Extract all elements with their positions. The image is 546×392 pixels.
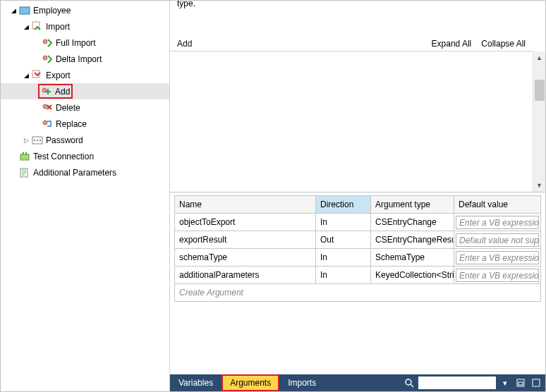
- chevron-down-icon[interactable]: ◢: [22, 23, 30, 31]
- cell-default[interactable]: Default value not supported: [454, 231, 541, 249]
- col-direction[interactable]: Direction: [316, 196, 371, 214]
- expand-all-link[interactable]: Expand All: [432, 39, 472, 49]
- svg-point-6: [43, 104, 47, 109]
- search-icon[interactable]: [403, 376, 415, 389]
- scroll-up-icon[interactable]: ▲: [533, 51, 545, 64]
- cell-name[interactable]: schemaType: [175, 249, 316, 267]
- svg-point-11: [40, 140, 41, 141]
- cell-name[interactable]: additionalParameters: [175, 267, 316, 284]
- tree-item-additional-parameters[interactable]: Additional Parameters: [1, 164, 169, 180]
- svg-line-17: [411, 384, 413, 387]
- tree-item-full-import[interactable]: Full Import: [1, 35, 169, 51]
- cell-type[interactable]: CSEntryChange: [371, 214, 454, 231]
- tree-item-employee[interactable]: ◢ Employee: [1, 2, 169, 18]
- collapse-all-link[interactable]: Collapse All: [481, 39, 526, 49]
- bottom-bar: Variables Arguments Imports ▾: [170, 374, 545, 391]
- tree-label: Employee: [33, 6, 71, 16]
- svg-point-2: [43, 39, 47, 44]
- entity-icon: [19, 5, 30, 16]
- create-argument-row[interactable]: Create Argument: [175, 284, 541, 302]
- svg-rect-14: [25, 152, 27, 154]
- expand-panel-icon[interactable]: [514, 376, 527, 389]
- cell-type[interactable]: CSEntryChangeResult: [371, 231, 454, 249]
- tree-item-test-connection[interactable]: Test Connection: [1, 148, 169, 164]
- table-row[interactable]: schemaType In SchemaType Enter a VB expr…: [175, 249, 541, 267]
- table-row[interactable]: exportResult Out CSEntryChangeResult Def…: [175, 231, 541, 249]
- svg-point-9: [34, 140, 35, 141]
- bottom-search: ▾: [403, 374, 545, 391]
- svg-point-10: [37, 140, 38, 141]
- col-default[interactable]: Default value: [454, 196, 541, 214]
- tree-item-import[interactable]: ◢ Import: [1, 18, 169, 35]
- cell-direction[interactable]: In: [316, 249, 371, 267]
- col-type[interactable]: Argument type: [371, 196, 454, 214]
- truncated-text: type.: [177, 0, 195, 8]
- svg-rect-12: [20, 154, 29, 160]
- create-argument-label[interactable]: Create Argument: [175, 284, 541, 302]
- highlight-box: Add: [38, 84, 73, 99]
- default-input[interactable]: Default value not supported: [456, 233, 539, 247]
- right-pane: type. Add Expand All Collapse All ▲ ▼ Na…: [170, 1, 545, 391]
- import-icon: [32, 21, 43, 32]
- test-connection-icon: [19, 151, 30, 162]
- tree-pane: ◢ Employee ◢ Import Full Import Delta Im…: [1, 1, 170, 391]
- dropdown-icon[interactable]: ▾: [499, 376, 511, 389]
- cell-default[interactable]: Enter a VB expression: [454, 249, 541, 267]
- tree-item-export[interactable]: ◢ Export: [1, 67, 169, 83]
- cell-name[interactable]: objectToExport: [175, 214, 316, 231]
- tree-label: Add: [55, 87, 70, 97]
- cell-type[interactable]: SchemaType: [371, 249, 454, 267]
- svg-point-7: [43, 121, 47, 125]
- parameters-icon: [19, 167, 30, 178]
- default-input[interactable]: Enter a VB expression: [456, 216, 539, 229]
- table-row[interactable]: objectToExport In CSEntryChange Enter a …: [175, 214, 541, 231]
- search-input[interactable]: [418, 376, 496, 389]
- tree-label: Delete: [56, 103, 80, 113]
- tree-item-replace[interactable]: Replace: [1, 116, 169, 132]
- cell-direction[interactable]: In: [316, 267, 371, 284]
- password-icon: [32, 135, 43, 146]
- chevron-right-icon[interactable]: ▷: [22, 136, 30, 145]
- tree-label: Full Import: [56, 38, 96, 48]
- designer-toolbar: Add Expand All Collapse All: [170, 36, 533, 51]
- cell-name[interactable]: exportResult: [175, 231, 316, 249]
- tree-label: Additional Parameters: [33, 168, 116, 178]
- add-icon: [41, 86, 52, 97]
- tree-item-password[interactable]: ▷ Password: [1, 132, 169, 148]
- svg-rect-0: [20, 7, 30, 14]
- tree-item-add[interactable]: Add: [1, 83, 169, 99]
- vertical-scrollbar[interactable]: ▲ ▼: [533, 51, 545, 192]
- tab-imports[interactable]: Imports: [279, 374, 324, 391]
- tree-label: Delta Import: [56, 54, 102, 64]
- close-panel-icon[interactable]: [530, 376, 542, 389]
- cell-type[interactable]: KeyedCollection<String,ConfigParameter>: [371, 267, 454, 284]
- cell-direction[interactable]: Out: [316, 231, 371, 249]
- scroll-thumb[interactable]: [535, 80, 545, 101]
- chevron-down-icon[interactable]: ◢: [9, 6, 18, 15]
- tree-label: Test Connection: [33, 152, 94, 161]
- table-row[interactable]: additionalParameters In KeyedCollection<…: [175, 267, 541, 284]
- svg-rect-19: [518, 382, 523, 385]
- arguments-table: Name Direction Argument type Default val…: [174, 195, 541, 302]
- cell-default[interactable]: Enter a VB expression: [454, 267, 541, 284]
- add-action[interactable]: Add: [177, 39, 192, 49]
- svg-point-3: [43, 56, 47, 60]
- full-import-icon: [42, 37, 53, 49]
- col-name[interactable]: Name: [175, 196, 316, 214]
- delete-icon: [42, 102, 53, 114]
- cell-default[interactable]: Enter a VB expression: [454, 214, 541, 231]
- tab-arguments[interactable]: Arguments: [222, 374, 279, 391]
- tab-variables[interactable]: Variables: [170, 374, 222, 391]
- export-icon: [32, 70, 43, 81]
- chevron-down-icon[interactable]: ◢: [22, 71, 30, 80]
- svg-point-16: [406, 379, 411, 385]
- tree-label: Replace: [56, 119, 87, 129]
- tree-label: Export: [46, 71, 71, 80]
- default-input[interactable]: Enter a VB expression: [456, 269, 539, 282]
- scroll-down-icon[interactable]: ▼: [533, 179, 545, 192]
- default-input[interactable]: Enter a VB expression: [456, 251, 539, 264]
- cell-direction[interactable]: In: [316, 214, 371, 231]
- tree-item-delete[interactable]: Delete: [1, 99, 169, 116]
- spacer-icon: [9, 152, 18, 161]
- tree-item-delta-import[interactable]: Delta Import: [1, 51, 169, 67]
